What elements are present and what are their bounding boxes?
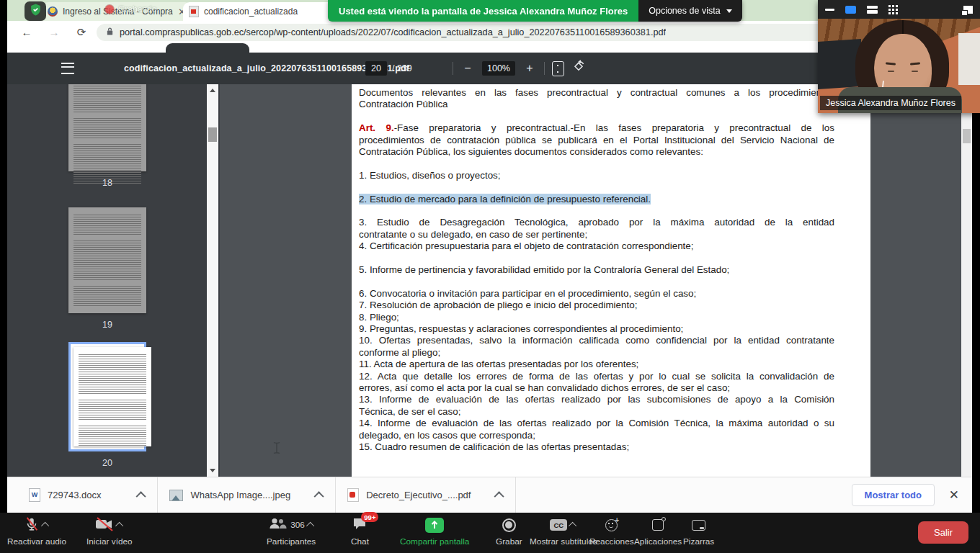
participants-icon: [268, 517, 287, 533]
grid-view-icon[interactable]: [888, 5, 898, 14]
rotate-icon[interactable]: [571, 60, 586, 77]
share-banner: Usted está viendo la pantalla de Jessica…: [328, 0, 742, 22]
popout-icon[interactable]: [963, 6, 973, 14]
recording-label: Grabando: [118, 4, 156, 14]
download-item-docx[interactable]: 729743.docx: [17, 477, 157, 513]
start-video-label: Iniciar vídeo: [86, 536, 133, 547]
browser-tab-pdf[interactable]: codificacion_actualizada: [183, 2, 347, 21]
video-tv: [818, 39, 861, 89]
document-line: 7. Resolución de aprobación de pliego e …: [359, 300, 834, 311]
document-line: 3. Estudio de Desagregación Tecnológica,…: [359, 217, 834, 228]
document-line: 1. Estudios, diseños o proyectos;: [359, 170, 834, 181]
chevron-up-icon[interactable]: [136, 491, 146, 501]
document-line: errores, así como el acta por la cual se…: [359, 382, 834, 394]
pdf-file-icon: [347, 488, 359, 502]
document-line: 8. Pliego;: [359, 312, 834, 323]
chevron-up-icon[interactable]: [41, 522, 49, 530]
pdf-page: Documentos relevantes en las fases preco…: [352, 84, 870, 477]
gallery-view-icon[interactable]: [867, 6, 878, 14]
site-favicon-icon: [48, 6, 58, 17]
share-screen-button[interactable]: Compartir pantalla: [400, 516, 469, 547]
chevron-up-icon[interactable]: [306, 522, 314, 530]
document-line: 6. Convocatoria o invitación para partic…: [359, 288, 834, 300]
document-line: 2. Estudio de mercado para la definición…: [359, 194, 834, 205]
forward-icon[interactable]: →: [46, 26, 62, 38]
participants-button[interactable]: 306 Participantes: [267, 516, 316, 547]
face-detail: [888, 71, 894, 72]
thumbnail-page-20[interactable]: 20: [68, 342, 146, 468]
chevron-up-icon[interactable]: [115, 522, 123, 530]
page-number-input[interactable]: 20: [365, 61, 387, 76]
divider: [515, 477, 516, 513]
zoom-out-icon[interactable]: −: [460, 62, 475, 75]
document-line: Art. 9.-Fase preparatoria y precontractu…: [359, 122, 834, 134]
document-line: Contratación Pública, los siguientes doc…: [359, 146, 834, 158]
view-options-button[interactable]: Opciones de vista: [638, 0, 741, 22]
recording-indicator: Grabando: [105, 4, 156, 14]
security-shield-button[interactable]: [24, 1, 46, 21]
menu-icon[interactable]: [61, 63, 74, 74]
document-text: Documentos relevantes en las fases preco…: [359, 87, 834, 454]
fit-page-icon[interactable]: [552, 61, 564, 76]
leave-button[interactable]: Salir: [918, 521, 968, 544]
meeting-toolbar: Reactivar audio Iniciar vídeo 306 Partic…: [0, 513, 980, 553]
document-line: 12. Acta que detalle los errores de form…: [359, 371, 834, 382]
scrollbar-thumb[interactable]: [208, 127, 217, 142]
address-bar[interactable]: portal.compraspublicas.gob.ec/sercop/wp-…: [97, 24, 839, 41]
captions-button[interactable]: CC Mostrar subtítulos: [530, 516, 597, 547]
chevron-up-icon[interactable]: [314, 491, 324, 501]
mic-muted-icon: [24, 516, 40, 535]
download-item-image[interactable]: WhatsApp Image....jpeg: [158, 477, 335, 513]
chat-button[interactable]: 99+ Chat: [351, 516, 369, 547]
scroll-down-icon[interactable]: [210, 469, 215, 472]
record-button[interactable]: Grabar: [496, 516, 522, 547]
unmute-button[interactable]: Reactivar audio: [7, 516, 66, 547]
document-line: contratante o su delegado, en caso de se…: [359, 229, 834, 240]
speaker-view-icon[interactable]: [845, 6, 856, 14]
thumbnail-page-18[interactable]: 18: [68, 84, 146, 188]
chat-label: Chat: [351, 536, 369, 547]
download-item-pdf[interactable]: Decreto_Ejecutivo_....pdf: [336, 477, 515, 513]
unmute-label: Reactivar audio: [7, 536, 66, 547]
close-icon[interactable]: ✕: [949, 487, 959, 503]
start-video-button[interactable]: Iniciar vídeo: [86, 516, 133, 547]
view-options-label: Opciones de vista: [649, 6, 720, 16]
share-banner-text: Usted está viendo la pantalla de Jessica…: [328, 0, 638, 22]
document-line: 10. Ofertas presentadas, salvo la inform…: [359, 335, 834, 346]
chevron-down-icon: [726, 9, 732, 13]
zoom-meeting-screen: Ingreso al Sistema - Compras Púb ✕ codif…: [0, 0, 980, 553]
image-file-icon: [169, 490, 183, 501]
document-line: 4. Certificación presupuestaria para el …: [359, 240, 834, 252]
chat-badge: 99+: [361, 512, 378, 522]
scrollbar-thumb[interactable]: [963, 129, 971, 143]
download-name: WhatsApp Image....jpeg: [190, 490, 290, 500]
zoom-level[interactable]: 100%: [482, 61, 515, 76]
zoom-in-icon[interactable]: +: [522, 62, 537, 75]
document-line: Contratación Pública: [359, 99, 834, 110]
webcam-video: Jessica Alexandra Muñoz Flores: [818, 19, 980, 113]
chevron-up-icon[interactable]: [494, 491, 504, 501]
sidebar-scrollbar[interactable]: [207, 84, 218, 477]
recording-dot-icon: [105, 5, 114, 14]
apps-button[interactable]: Aplicaciones: [634, 516, 682, 547]
document-line: 13. Informe de evaluación de las ofertas…: [359, 394, 834, 405]
thumbnail-label: 20: [68, 458, 146, 468]
whiteboard-icon: [692, 520, 705, 531]
participants-count: 306: [290, 520, 305, 530]
reload-icon[interactable]: ⟳: [74, 26, 89, 39]
reactions-button[interactable]: + Reacciones: [589, 516, 634, 547]
thumbnail-page-19[interactable]: 19: [68, 207, 146, 330]
webcam-panel: Jessica Alexandra Muñoz Flores: [818, 0, 980, 113]
camera-muted-icon: [95, 516, 114, 534]
chevron-up-icon[interactable]: [569, 522, 576, 530]
scroll-up-icon[interactable]: [210, 89, 215, 92]
minimize-icon[interactable]: [825, 9, 834, 11]
document-scrollbar[interactable]: [961, 84, 972, 477]
pdf-viewer: 18 19 20 Documentos relevantes en las f: [7, 84, 972, 477]
thumbnail-label: 19: [68, 320, 146, 330]
document-line: 11. Acta de apertura de las ofertas pres…: [359, 359, 834, 370]
whiteboards-button[interactable]: Pizarras: [683, 516, 714, 547]
share-screen-icon: [425, 518, 444, 533]
show-all-downloads-button[interactable]: Mostrar todo: [852, 484, 935, 506]
back-icon[interactable]: ←: [19, 26, 35, 38]
